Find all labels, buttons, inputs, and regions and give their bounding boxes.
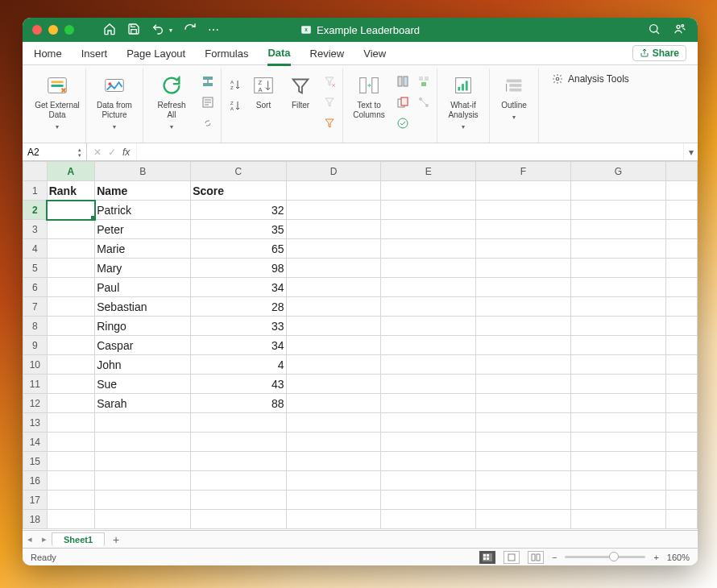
row-header-13[interactable]: 13 [23,413,48,433]
row-header-3[interactable]: 3 [23,220,48,239]
cell-F3[interactable] [476,220,571,239]
row-header-1[interactable]: 1 [23,181,48,201]
cell-E12[interactable] [381,394,476,413]
cell-overflow[interactable] [665,201,697,220]
cell-C18[interactable] [191,510,286,529]
cell-overflow[interactable] [665,278,697,297]
cell-B16[interactable] [95,471,191,491]
cell-G17[interactable] [570,491,665,510]
column-header-B[interactable]: B [95,162,191,181]
cell-overflow[interactable] [665,297,697,317]
cell-C11[interactable]: 43 [191,375,286,394]
cell-E2[interactable] [381,201,476,220]
cell-D2[interactable] [286,201,381,220]
cell-E1[interactable] [381,181,476,201]
cell-C8[interactable]: 33 [191,317,286,336]
cell-B4[interactable]: Marie [95,239,191,259]
cell-G15[interactable] [570,452,665,471]
analysis-tools-button[interactable]: Analysis Tools [544,68,637,89]
sort-button[interactable]: ZA Sort [247,68,280,110]
refresh-all-button[interactable]: Refresh All ▾ [148,68,195,131]
cell-F1[interactable] [476,181,571,201]
zoom-out-button[interactable]: − [552,553,557,562]
cell-A3[interactable] [47,220,95,239]
cell-G14[interactable] [570,433,665,452]
cell-A5[interactable] [47,259,95,278]
cell-G2[interactable] [570,201,665,220]
cell-D11[interactable] [286,375,381,394]
column-header-E[interactable]: E [381,162,476,181]
row-header-2[interactable]: 2 [23,201,48,220]
cell-E14[interactable] [381,433,476,452]
cell-C7[interactable]: 28 [191,297,286,317]
cell-G6[interactable] [570,278,665,297]
cell-B13[interactable] [95,413,191,433]
undo-dropdown-icon[interactable]: ▾ [169,27,172,34]
cell-F8[interactable] [476,317,571,336]
more-icon[interactable]: ⋯ [208,23,219,36]
flash-fill-button[interactable] [395,73,411,89]
share-people-icon[interactable] [673,23,686,38]
cell-E16[interactable] [381,471,476,491]
name-box[interactable]: A2 ▴▾ [23,143,87,160]
row-header-14[interactable]: 14 [23,433,48,452]
cell-D10[interactable] [286,355,381,375]
cell-E4[interactable] [381,239,476,259]
clear-filter-button[interactable] [321,73,338,89]
cell-F6[interactable] [476,278,571,297]
cell-E10[interactable] [381,355,476,375]
name-box-stepper[interactable]: ▴▾ [78,147,81,158]
undo-icon[interactable] [151,23,164,38]
cell-F2[interactable] [476,201,571,220]
cell-G16[interactable] [570,471,665,491]
cell-D16[interactable] [286,471,381,491]
cell-D18[interactable] [286,510,381,529]
add-sheet-button[interactable]: + [105,533,127,546]
cell-A6[interactable] [47,278,95,297]
column-header-A[interactable]: A [47,162,95,181]
cell-C9[interactable]: 34 [191,336,286,355]
row-header-16[interactable]: 16 [23,471,48,491]
cell-F10[interactable] [476,355,571,375]
cell-B1[interactable]: Name [95,181,191,201]
cell-E3[interactable] [381,220,476,239]
cell-overflow[interactable] [665,433,697,452]
column-header-G[interactable]: G [570,162,665,181]
cell-F7[interactable] [476,297,571,317]
row-header-15[interactable]: 15 [23,452,48,471]
cell-F15[interactable] [476,452,571,471]
cell-E8[interactable] [381,317,476,336]
cell-A8[interactable] [47,317,95,336]
cell-overflow[interactable] [665,355,697,375]
view-page-break-button[interactable] [528,551,544,564]
search-icon[interactable] [648,23,661,38]
cell-C10[interactable]: 4 [191,355,286,375]
cell-D14[interactable] [286,433,381,452]
cell-G4[interactable] [570,239,665,259]
cell-C15[interactable] [191,452,286,471]
cell-E18[interactable] [381,510,476,529]
connections-button[interactable] [200,73,216,89]
cell-G5[interactable] [570,259,665,278]
remove-duplicates-button[interactable] [395,94,411,110]
home-icon[interactable] [103,23,116,38]
cell-B15[interactable] [95,452,191,471]
cell-B7[interactable]: Sebastian [95,297,191,317]
cell-overflow[interactable] [665,259,697,278]
cell-C3[interactable]: 35 [191,220,286,239]
spreadsheet-grid[interactable]: ABCDEFG1RankNameScore2Patrick323Peter354… [23,161,698,530]
maximize-window-button[interactable] [64,25,74,35]
cell-F4[interactable] [476,239,571,259]
consolidate-button[interactable] [416,73,432,89]
cell-overflow[interactable] [665,413,697,433]
cell-D6[interactable] [286,278,381,297]
cell-B17[interactable] [95,491,191,510]
row-header-12[interactable]: 12 [23,394,48,413]
sheet-nav-prev-icon[interactable]: ◂ [23,534,37,545]
cell-B5[interactable]: Mary [95,259,191,278]
cell-B12[interactable]: Sarah [95,394,191,413]
cell-G8[interactable] [570,317,665,336]
cell-A2[interactable] [47,201,95,220]
cell-B14[interactable] [95,433,191,452]
row-header-10[interactable]: 10 [23,355,48,375]
